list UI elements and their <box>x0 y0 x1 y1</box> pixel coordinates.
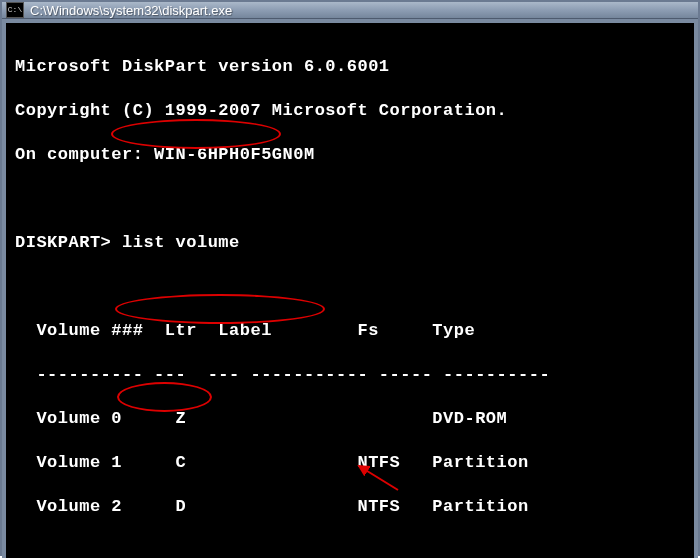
blank-line <box>15 276 689 298</box>
table-row: Volume 2 D NTFS Partition <box>15 496 689 518</box>
prompt-line-1: DISKPART> list volume <box>15 232 689 254</box>
table-row: Volume 1 C NTFS Partition <box>15 452 689 474</box>
table-row: Volume 0 Z DVD-ROM <box>15 408 689 430</box>
titlebar[interactable]: C:\ C:\Windows\system32\diskpart.exe <box>2 2 698 19</box>
cmd-icon-label: C:\ <box>8 6 22 14</box>
console-output[interactable]: Microsoft DiskPart version 6.0.6001 Copy… <box>7 24 693 558</box>
console-frame: Microsoft DiskPart version 6.0.6001 Copy… <box>2 19 698 558</box>
blank-line <box>15 188 689 210</box>
cmd-icon: C:\ <box>6 2 24 18</box>
blank-line <box>15 540 689 558</box>
header-line-2: Copyright (C) 1999-2007 Microsoft Corpor… <box>15 100 689 122</box>
table-divider: ---------- --- --- ----------- ----- ---… <box>15 364 689 386</box>
prompt-1: DISKPART> <box>15 233 111 252</box>
window-title: C:\Windows\system32\diskpart.exe <box>30 3 232 18</box>
table-header: Volume ### Ltr Label Fs Type <box>15 320 689 342</box>
header-line-3: On computer: WIN-6HPH0F5GN0M <box>15 144 689 166</box>
diskpart-window: C:\ C:\Windows\system32\diskpart.exe Mic… <box>0 0 700 556</box>
header-line-1: Microsoft DiskPart version 6.0.6001 <box>15 56 689 78</box>
cmd-list-volume: list volume <box>122 233 240 252</box>
